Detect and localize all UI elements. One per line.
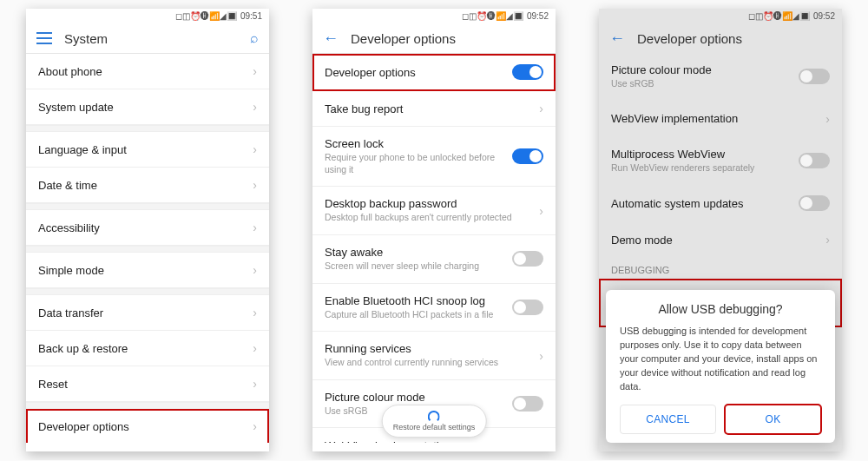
toggle-switch[interactable]	[799, 153, 830, 168]
item-label: WebView implementation	[611, 112, 825, 125]
status-icons: ◻◫⏰🅗📶◢🔳	[175, 11, 237, 21]
item-label: Multiprocess WebView	[611, 148, 799, 161]
chevron-right-icon: ›	[253, 142, 257, 156]
list-item[interactable]: Screen lockRequire your phone to be unlo…	[312, 127, 556, 187]
item-label: Back up & restore	[38, 342, 253, 355]
list-item[interactable]: Multiprocess WebViewRun WebView renderer…	[599, 137, 842, 186]
list-item[interactable]: Stay awakeScreen will never sleep while …	[312, 235, 556, 284]
list-item[interactable]: WebView implementation›	[599, 102, 842, 137]
chevron-right-icon: ›	[539, 102, 543, 115]
toggle-switch[interactable]	[512, 148, 543, 164]
chevron-right-icon: ›	[825, 233, 830, 247]
list-item[interactable]: Accessibility›	[26, 210, 269, 246]
phone-usb-debug: ◻◫⏰🅗📶◢🔳 09:52 ← Developer options Pictur…	[599, 9, 842, 451]
header-system: System ⌕	[26, 23, 269, 54]
list-item[interactable]: Data transfer›	[26, 295, 269, 331]
item-label: Accessibility	[38, 221, 253, 234]
list-item[interactable]: Date & time›	[26, 168, 269, 203]
dialog-body: USB debugging is intended for developmen…	[620, 325, 821, 394]
chevron-right-icon: ›	[253, 419, 257, 433]
back-icon[interactable]: ←	[323, 30, 339, 46]
list-item[interactable]: Language & input›	[26, 132, 269, 168]
page-title: Developer options	[351, 31, 545, 46]
item-sublabel: Run WebView renderers separately	[611, 162, 799, 175]
phone-system: ◻◫⏰🅗📶◢🔳 09:51 System ⌕ About phone›Syste…	[26, 9, 269, 451]
usb-debug-dialog: Allow USB debugging? USB debugging is in…	[606, 290, 835, 443]
item-label: Simple mode	[38, 264, 253, 277]
list-item[interactable]: Developer options	[312, 54, 556, 91]
toggle-switch[interactable]	[512, 251, 543, 267]
item-label: Data transfer	[38, 306, 253, 319]
list-item[interactable]: Enable Bluetooth HCI snoop logCapture al…	[312, 284, 556, 333]
toggle-switch[interactable]	[799, 69, 830, 84]
back-icon[interactable]: ←	[609, 30, 625, 46]
list-item[interactable]: Developer options›	[26, 409, 269, 443]
item-sublabel: Capture all Bluetooth HCI packets in a f…	[325, 309, 512, 321]
status-time: 09:52	[813, 11, 835, 21]
item-label: Picture colour mode	[325, 391, 512, 404]
chevron-right-icon: ›	[253, 221, 257, 234]
list-item[interactable]: Automatic system updates	[599, 185, 842, 222]
item-label: Desktop backup password	[325, 197, 539, 210]
status-icons: ◻◫⏰🅗📶◢🔳	[462, 11, 523, 21]
item-label: Demo mode	[611, 234, 825, 247]
item-label: Developer options	[38, 420, 253, 433]
chevron-right-icon: ›	[253, 263, 257, 277]
item-label: Date & time	[38, 179, 253, 192]
list-item[interactable]: Demo mode›	[599, 222, 842, 258]
chevron-right-icon: ›	[253, 100, 257, 114]
list-item[interactable]: System update›	[26, 89, 269, 125]
item-sublabel: Desktop full backups aren't currently pr…	[325, 212, 539, 224]
list-item[interactable]: Running servicesView and control current…	[312, 332, 556, 380]
status-icons: ◻◫⏰🅗📶◢🔳	[748, 11, 810, 21]
item-sublabel: Screen will never sleep while charging	[325, 260, 512, 273]
item-label: Automatic system updates	[611, 197, 799, 210]
status-time: 09:51	[240, 11, 262, 21]
search-icon[interactable]: ⌕	[250, 30, 259, 46]
status-bar: ◻◫⏰🅗📶◢🔳 09:51	[26, 9, 269, 23]
list-item[interactable]: Simple mode›	[26, 253, 269, 288]
item-sublabel: Require your phone to be unlocked before…	[325, 152, 512, 175]
list-item[interactable]: Desktop backup passwordDesktop full back…	[312, 187, 556, 235]
menu-icon[interactable]	[36, 32, 52, 44]
item-sublabel: Use sRGB	[611, 78, 799, 90]
item-label: WebView implementation	[325, 439, 539, 443]
restore-icon	[428, 411, 440, 423]
toggle-switch[interactable]	[799, 195, 830, 211]
list-item[interactable]: Back up & restore›	[26, 331, 269, 366]
chevron-right-icon: ›	[253, 377, 257, 391]
toggle-switch[interactable]	[512, 300, 543, 315]
restore-label: Restore default settings	[393, 423, 476, 431]
item-label: About phone	[38, 65, 253, 78]
page-title: System	[64, 31, 250, 46]
dialog-ok-button[interactable]: OK	[725, 405, 821, 434]
toggle-switch[interactable]	[512, 64, 543, 80]
dialog-cancel-button[interactable]: CANCEL	[620, 405, 716, 434]
item-label: Reset	[38, 378, 253, 391]
status-time: 09:52	[527, 11, 549, 21]
chevron-right-icon: ›	[253, 178, 257, 192]
chevron-right-icon: ›	[253, 64, 257, 78]
list-item[interactable]: Reset›	[26, 366, 269, 402]
list-item[interactable]: Picture colour modeUse sRGB	[599, 53, 842, 102]
status-bar: ◻◫⏰🅗📶◢🔳 09:52	[312, 9, 556, 23]
chevron-right-icon: ›	[539, 438, 543, 443]
section-gap	[26, 288, 269, 295]
item-label: Enable Bluetooth HCI snoop log	[325, 294, 512, 307]
restore-defaults-button[interactable]: Restore default settings	[382, 405, 487, 438]
toggle-switch[interactable]	[512, 396, 543, 412]
section-gap	[26, 402, 269, 409]
dialog-title: Allow USB debugging?	[620, 302, 821, 316]
section-gap	[26, 125, 269, 132]
status-bar: ◻◫⏰🅗📶◢🔳 09:52	[599, 9, 842, 23]
chevron-right-icon: ›	[253, 341, 257, 355]
chevron-right-icon: ›	[825, 112, 830, 126]
page-title: Developer options	[637, 31, 832, 46]
header-dev-options: ← Developer options	[312, 23, 556, 54]
list-item[interactable]: About phone›	[26, 54, 269, 89]
item-label: System update	[38, 101, 253, 114]
item-label: Take bug report	[325, 102, 539, 115]
item-label: Running services	[325, 342, 539, 355]
chevron-right-icon: ›	[253, 306, 257, 319]
list-item[interactable]: Take bug report›	[312, 91, 556, 127]
